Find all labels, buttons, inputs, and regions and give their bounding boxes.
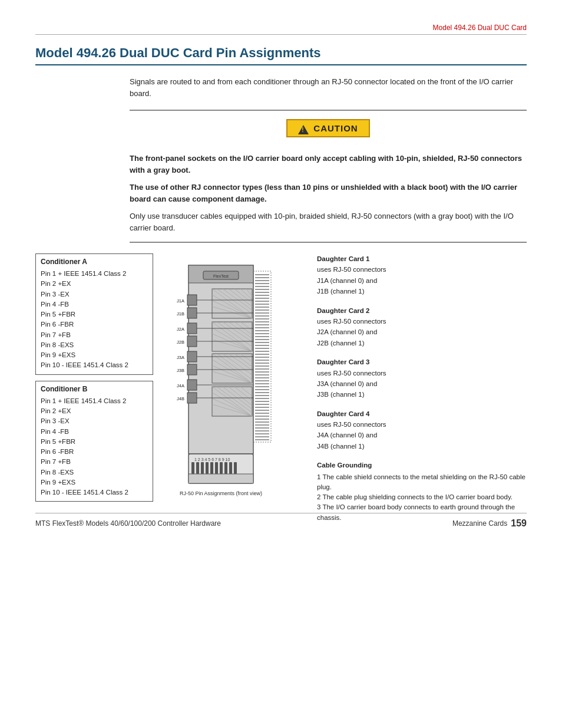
pin-line: Pin 3 -EX	[41, 416, 148, 426]
svg-rect-35	[255, 315, 269, 317]
svg-rect-24	[255, 283, 269, 284]
svg-rect-55	[255, 374, 269, 375]
pin-line: Pin 1 + IEEE 1451.4 Class 2	[41, 396, 148, 406]
cable-grounding-title: Cable Grounding	[317, 460, 527, 470]
svg-rect-67	[255, 410, 269, 411]
caution-label-text: CAUTION	[313, 123, 358, 133]
svg-rect-64	[255, 401, 269, 402]
svg-text:J3A: J3A	[177, 355, 184, 360]
footer-page-number: 159	[511, 518, 527, 529]
svg-rect-129	[229, 462, 232, 474]
pin-line: Pin 9 +EXS	[41, 350, 148, 360]
daughter-card-line3: J1B (channel 1)	[317, 288, 365, 295]
svg-rect-50	[255, 360, 269, 361]
left-labels: Conditioner A Pin 1 + IEEE 1451.4 Class …	[35, 253, 153, 508]
svg-text:FlexTest: FlexTest	[213, 274, 229, 278]
svg-rect-128	[224, 462, 227, 474]
svg-rect-23	[255, 280, 269, 281]
footer-left-text: MTS FlexTest® Models 40/60/100/200 Contr…	[35, 519, 221, 528]
svg-rect-54	[255, 371, 269, 373]
svg-rect-123	[201, 462, 204, 474]
svg-rect-43	[255, 339, 269, 340]
svg-rect-28	[255, 295, 269, 296]
svg-rect-121	[191, 462, 194, 474]
svg-rect-48	[255, 354, 269, 355]
svg-rect-130	[234, 462, 237, 474]
svg-text:J3B: J3B	[177, 368, 184, 373]
pin-line: Pin 6 -FBR	[41, 319, 148, 330]
svg-rect-74	[255, 430, 269, 431]
conditioner-a-box: Conditioner A Pin 1 + IEEE 1451.4 Class …	[35, 253, 153, 375]
pin-line: Pin 10 - IEEE 1451.4 Class 2	[41, 487, 148, 498]
footer-right: Mezzanine Cards 159	[452, 518, 527, 529]
pin-line: Pin 2 +EX	[41, 279, 148, 289]
svg-rect-42	[255, 336, 269, 337]
caution-bold-text-2: The use of other RJ connector types (les…	[130, 182, 527, 205]
caution-normal-text: Only use transducer cables equipped with…	[130, 210, 527, 233]
conditioner-b-pins: Pin 1 + IEEE 1451.4 Class 2Pin 2 +EXPin …	[41, 396, 148, 498]
daughter-card-line2: J2A (channel 0) and	[317, 328, 377, 335]
svg-rect-32	[255, 307, 269, 308]
svg-rect-70	[255, 419, 269, 420]
daughter-card-title: Daughter Card 4	[317, 410, 369, 417]
caution-section: ! CAUTION	[130, 119, 527, 144]
pin-line: Pin 5 +FBR	[41, 309, 148, 319]
svg-rect-29	[255, 298, 269, 299]
cable-grounding-item-2: 2 The cable plug shielding connects to t…	[317, 492, 527, 502]
pin-line: Pin 7 +FB	[41, 457, 148, 467]
svg-rect-77	[255, 439, 269, 440]
daughter-card-3: Daughter Card 3 uses RJ-50 connectors J3…	[317, 357, 527, 400]
svg-rect-27	[255, 292, 269, 293]
svg-rect-21	[255, 274, 269, 275]
svg-rect-14	[187, 364, 197, 375]
svg-rect-58	[255, 383, 269, 384]
daughter-card-line2: J1A (channel 0) and	[317, 277, 377, 284]
intro-text: Signals are routed to and from each cond…	[130, 76, 527, 99]
conditioner-a-pins: Pin 1 + IEEE 1451.4 Class 2Pin 2 +EXPin …	[41, 269, 148, 371]
svg-text:RJ-50 Pin Assignments (front v: RJ-50 Pin Assignments (front view)	[180, 490, 262, 496]
caution-bold-text-1: The front-panel sockets on the I/O carri…	[130, 153, 527, 176]
svg-rect-59	[255, 386, 269, 387]
svg-rect-39	[255, 327, 269, 328]
pin-line: Pin 10 - IEEE 1451.4 Class 2	[41, 360, 148, 370]
svg-rect-68	[255, 413, 269, 414]
svg-rect-30	[255, 301, 269, 302]
conditioner-b-box: Conditioner B Pin 1 + IEEE 1451.4 Class …	[35, 381, 153, 502]
conditioner-b-title: Conditioner B	[41, 384, 148, 395]
conditioner-a-title: Conditioner A	[41, 256, 148, 268]
hardware-diagram-svg: FlexTest J1A J1B J2A J2B J	[153, 253, 295, 501]
header-text: Model 494.26 Dual DUC Card	[433, 24, 527, 32]
daughter-card-line1: uses RJ-50 connectors	[317, 421, 386, 428]
svg-rect-34	[255, 312, 269, 314]
svg-rect-10	[187, 336, 197, 347]
pin-line: Pin 3 -EX	[41, 289, 148, 299]
pin-line: Pin 4 -FB	[41, 299, 148, 309]
svg-rect-6	[187, 308, 197, 318]
pin-line: Pin 8 -EXS	[41, 340, 148, 350]
daughter-card-line1: uses RJ-50 connectors	[317, 318, 386, 325]
svg-text:1 2 3 4 5 6 7 8 9 10: 1 2 3 4 5 6 7 8 9 10	[194, 457, 230, 462]
svg-rect-62	[255, 395, 269, 396]
footer-section-label: Mezzanine Cards	[452, 519, 507, 528]
svg-rect-65	[255, 404, 269, 405]
page-header: Model 494.26 Dual DUC Card	[35, 24, 527, 35]
diagram-section: Conditioner A Pin 1 + IEEE 1451.4 Class …	[35, 253, 527, 523]
svg-rect-25	[255, 286, 269, 287]
svg-rect-125	[210, 462, 213, 474]
pin-line: Pin 7 +FB	[41, 330, 148, 340]
daughter-card-line2: J3A (channel 0) and	[317, 380, 377, 387]
svg-rect-12	[187, 351, 197, 362]
daughter-card-1: Daughter Card 1 uses RJ-50 connectors J1…	[317, 253, 527, 297]
svg-rect-46	[255, 348, 269, 349]
svg-text:J1A: J1A	[177, 298, 184, 304]
svg-rect-31	[255, 304, 269, 305]
svg-rect-126	[215, 462, 218, 474]
svg-rect-127	[220, 462, 223, 474]
caution-text-block: The front-panel sockets on the I/O carri…	[130, 153, 527, 233]
pin-line: Pin 6 -FBR	[41, 447, 148, 457]
caution-badge: ! CAUTION	[286, 119, 369, 137]
pin-line: Pin 4 -FB	[41, 427, 148, 437]
page-title: Model 494.26 Dual DUC Card Pin Assignmen…	[35, 45, 527, 65]
svg-rect-124	[206, 462, 209, 474]
svg-rect-51	[255, 363, 269, 364]
